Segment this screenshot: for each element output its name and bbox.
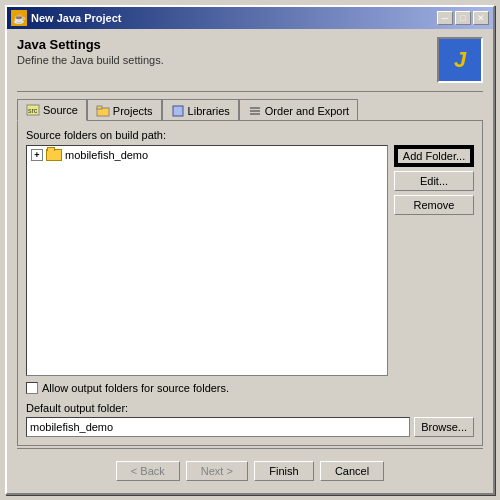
header-section: Java Settings Define the Java build sett…: [17, 37, 483, 83]
tree-item-mobilefish[interactable]: + mobilefish_demo: [29, 148, 385, 162]
checkbox-row: Allow output folders for source folders.: [26, 382, 474, 394]
remove-button[interactable]: Remove: [394, 195, 474, 215]
projects-tab-icon: [96, 104, 110, 118]
tab-projects[interactable]: Projects: [87, 99, 162, 121]
footer: < Back Next > Finish Cancel: [17, 453, 483, 485]
output-folder-label: Default output folder:: [26, 402, 474, 414]
title-bar: ☕ New Java Project ─ □ ✕: [7, 7, 493, 29]
browse-button[interactable]: Browse...: [414, 417, 474, 437]
output-section: Default output folder: Browse...: [26, 402, 474, 437]
title-bar-text: ☕ New Java Project: [11, 10, 122, 26]
add-folder-button[interactable]: Add Folder...: [394, 145, 474, 167]
libraries-tab-icon: [171, 104, 185, 118]
buttons-panel: Add Folder... Edit... Remove: [394, 145, 474, 376]
svg-rect-3: [97, 106, 102, 109]
cancel-button[interactable]: Cancel: [320, 461, 384, 481]
edit-button[interactable]: Edit...: [394, 171, 474, 191]
window-title: New Java Project: [31, 12, 122, 24]
maximize-button[interactable]: □: [455, 11, 471, 25]
tabs-container: src Source Projects Libraries: [17, 98, 483, 120]
finish-button[interactable]: Finish: [254, 461, 314, 481]
window-content: Java Settings Define the Java build sett…: [7, 29, 493, 493]
next-button[interactable]: Next >: [186, 461, 248, 481]
page-subtitle: Define the Java build settings.: [17, 54, 164, 66]
header-text: Java Settings Define the Java build sett…: [17, 37, 164, 66]
page-title: Java Settings: [17, 37, 164, 52]
tab-libraries[interactable]: Libraries: [162, 99, 239, 121]
svg-rect-4: [173, 106, 183, 116]
tree-expander[interactable]: +: [31, 149, 43, 161]
allow-output-label: Allow output folders for source folders.: [42, 382, 229, 394]
back-button[interactable]: < Back: [116, 461, 180, 481]
window-icon: ☕: [11, 10, 27, 26]
output-folder-input[interactable]: [26, 417, 410, 437]
order-export-tab-icon: [248, 104, 262, 118]
footer-separator: [17, 448, 483, 449]
minimize-button[interactable]: ─: [437, 11, 453, 25]
title-controls: ─ □ ✕: [437, 11, 489, 25]
close-button[interactable]: ✕: [473, 11, 489, 25]
svg-text:src: src: [28, 107, 38, 114]
tree-item-label: mobilefish_demo: [65, 149, 148, 161]
output-row: Browse...: [26, 417, 474, 437]
source-tab-icon: src: [26, 103, 40, 117]
tab-order-export[interactable]: Order and Export: [239, 99, 358, 121]
source-folders-label: Source folders on build path:: [26, 129, 474, 141]
allow-output-checkbox[interactable]: [26, 382, 38, 394]
tab-source[interactable]: src Source: [17, 99, 87, 121]
header-separator: [17, 91, 483, 92]
panel-body: + mobilefish_demo Add Folder... Edit... …: [26, 145, 474, 376]
main-window: ☕ New Java Project ─ □ ✕ Java Settings D…: [5, 5, 495, 495]
tree-panel[interactable]: + mobilefish_demo: [26, 145, 388, 376]
folder-icon: [46, 149, 62, 161]
main-panel: Source folders on build path: + mobilefi…: [17, 120, 483, 446]
java-icon: J: [437, 37, 483, 83]
